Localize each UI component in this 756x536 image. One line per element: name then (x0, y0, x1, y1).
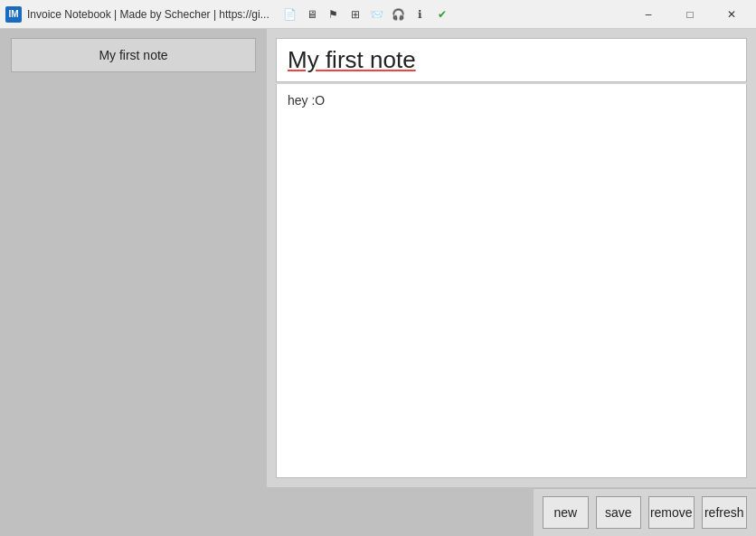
window-title: Invoice Notebook | Made by Schecher | ht… (27, 8, 269, 21)
maximize-button[interactable]: □ (669, 0, 711, 29)
editor-section: My first note hey :O new save remove ref… (267, 29, 756, 536)
toolbar-flag-btn[interactable]: ⚑ (324, 5, 344, 24)
note-body[interactable]: hey :O (276, 84, 747, 478)
sidebar: My first note (0, 29, 267, 536)
note-title: My first note (276, 38, 747, 82)
close-button[interactable]: ✕ (711, 0, 752, 29)
save-button[interactable]: save (596, 496, 642, 529)
toolbar-file-btn[interactable]: 📄 (280, 5, 300, 24)
toolbar-grid-btn[interactable]: ⊞ (345, 5, 365, 24)
toolbar-screen-btn[interactable]: 🖥 (302, 5, 322, 24)
titlebar-toolbar: 📄 🖥 ⚑ ⊞ 📨 🎧 ℹ ✔ (280, 5, 452, 24)
refresh-button[interactable]: refresh (702, 496, 748, 529)
titlebar: IM Invoice Notebook | Made by Schecher |… (0, 0, 756, 29)
note-item-label: My first note (99, 48, 167, 62)
toolbar-send-btn[interactable]: 📨 (367, 5, 387, 24)
editor-area: My first note hey :O (267, 29, 756, 487)
app-icon: IM (5, 6, 22, 23)
toolbar-check-btn[interactable]: ✔ (432, 5, 452, 24)
new-button[interactable]: new (543, 496, 589, 529)
minimize-button[interactable]: – (628, 0, 669, 29)
bottom-action-bar: new save remove refresh (534, 488, 756, 536)
titlebar-left: IM Invoice Notebook | Made by Schecher |… (5, 5, 620, 24)
editor-wrapper: My first note hey :O (267, 29, 756, 536)
toolbar-info-btn[interactable]: ℹ (411, 5, 430, 24)
sidebar-note-item[interactable]: My first note (11, 38, 256, 72)
remove-button[interactable]: remove (648, 496, 695, 529)
window-controls: – □ ✕ (628, 0, 752, 29)
main-layout: My first note My first note hey :O new s… (0, 29, 756, 536)
toolbar-headset-btn[interactable]: 🎧 (389, 5, 409, 24)
